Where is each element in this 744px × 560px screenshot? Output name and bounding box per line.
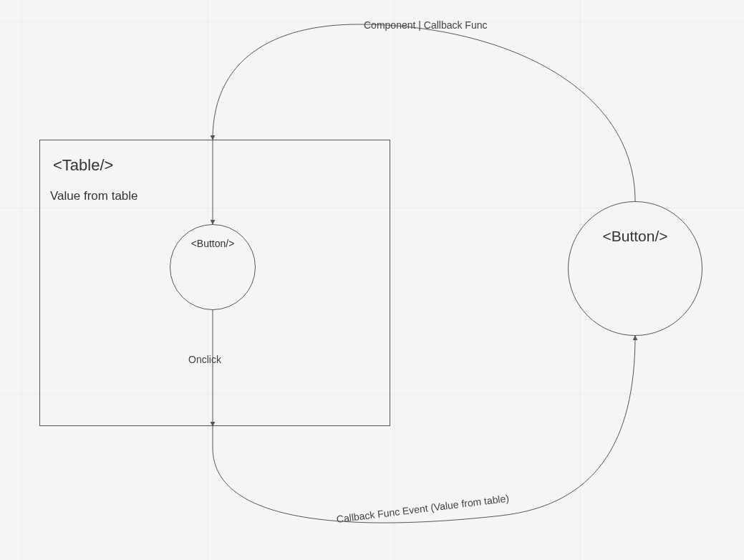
diagram-canvas: <Table/> Value from table <Button/> <But… bbox=[0, 0, 744, 560]
outer-button-label: <Button/> bbox=[569, 228, 702, 245]
edge-label-onclick: Onclick bbox=[188, 354, 221, 365]
table-node-title: <Table/> bbox=[53, 156, 113, 175]
edge-label-callback-down: Component | Callback Func bbox=[364, 19, 488, 31]
inner-button-label: <Button/> bbox=[170, 238, 255, 249]
table-node-subtitle: Value from table bbox=[50, 189, 138, 203]
inner-button-node: <Button/> bbox=[170, 224, 256, 310]
outer-button-node: <Button/> bbox=[568, 201, 702, 336]
edge-label-callback-event: Callback Func Event (Value from table) bbox=[336, 493, 510, 525]
